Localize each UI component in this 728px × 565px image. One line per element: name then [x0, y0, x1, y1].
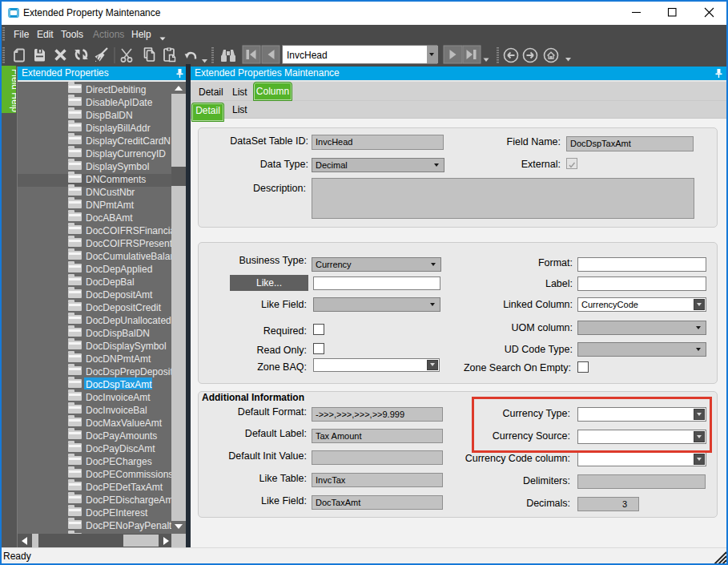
svg-text:Field Help: Field Help: [10, 69, 16, 112]
